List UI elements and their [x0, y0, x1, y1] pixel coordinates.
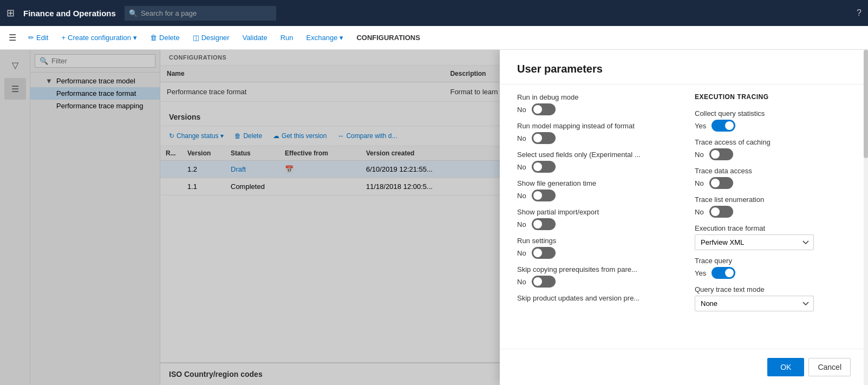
edit-button[interactable]: ✏ Edit	[23, 30, 54, 45]
param-partial-import: Show partial import/export No	[517, 208, 673, 230]
designer-icon: ◫	[193, 34, 199, 42]
edit-icon: ✏	[28, 34, 34, 42]
param-debug-mode: Run in debug mode No	[517, 93, 673, 115]
ok-button[interactable]: OK	[767, 358, 804, 376]
plus-icon: +	[61, 34, 66, 42]
param-skip-updates: Skip product updates and version pre...	[517, 294, 673, 304]
modal-right-col: EXECUTION TRACING Collect query statisti…	[695, 93, 851, 340]
toggle-collect-query[interactable]	[712, 120, 735, 132]
main-content: ▽ ☰ 🔍 ▼ Performance trace model Performa…	[0, 50, 868, 385]
configurations-button[interactable]: CONFIGURATIONS	[351, 30, 425, 45]
param-used-fields: Select used fields only (Experimental ..…	[517, 151, 673, 173]
exec-format-select[interactable]: Perfview XML ETW None	[695, 234, 814, 250]
param-query-trace-mode: Query trace text mode None Full Short	[695, 285, 851, 311]
designer-button[interactable]: ◫ Designer	[187, 30, 235, 45]
help-icon[interactable]: ?	[857, 8, 862, 18]
exchange-button[interactable]: Exchange ▾	[301, 30, 349, 45]
toggle-run-settings[interactable]	[532, 247, 556, 259]
command-bar: ☰ ✏ Edit + Create configuration ▾ 🗑 Dele…	[0, 26, 868, 50]
param-trace-list: Trace list enumeration No	[695, 195, 851, 218]
cancel-button[interactable]: Cancel	[808, 358, 851, 376]
modal-footer: OK Cancel	[500, 349, 868, 385]
param-run-settings: Run settings No	[517, 237, 673, 259]
toggle-trace-caching[interactable]	[709, 148, 733, 160]
scrollbar-track[interactable]	[864, 50, 868, 385]
modal-body: Run in debug mode No Run model mapping i…	[500, 84, 868, 349]
app-grid-icon[interactable]: ⊞	[6, 7, 15, 19]
search-input[interactable]	[125, 6, 276, 21]
toggle-trace-list[interactable]	[709, 206, 733, 218]
run-button[interactable]: Run	[275, 30, 299, 45]
toggle-file-gen[interactable]	[532, 190, 556, 201]
param-exec-format: Execution trace format Perfview XML ETW …	[695, 224, 851, 250]
toggle-skip-prereq[interactable]	[532, 276, 556, 288]
dropdown-icon: ▾	[133, 34, 137, 42]
create-config-button[interactable]: + Create configuration ▾	[56, 30, 142, 45]
param-model-mapping: Run model mapping instead of format No	[517, 122, 673, 144]
search-icon: 🔍	[129, 9, 138, 17]
hamburger-button[interactable]: ☰	[4, 28, 21, 47]
modal-panel: User parameters Run in debug mode No Run…	[500, 50, 868, 385]
search-wrapper: 🔍	[125, 6, 276, 21]
param-trace-query: Trace query Yes	[695, 257, 851, 279]
toggle-trace-query[interactable]	[712, 267, 735, 279]
toggle-partial-import[interactable]	[532, 218, 556, 230]
scrollbar-thumb[interactable]	[864, 50, 868, 158]
app-title: Finance and Operations	[23, 9, 116, 18]
toggle-debug-mode[interactable]	[532, 103, 556, 115]
toggle-used-fields[interactable]	[532, 161, 556, 173]
param-trace-data: Trace data access No	[695, 167, 851, 189]
execution-tracing-title: EXECUTION TRACING	[695, 93, 851, 101]
validate-button[interactable]: Validate	[237, 30, 273, 45]
delete-icon: 🗑	[150, 34, 157, 42]
param-skip-prereq: Skip copying prerequisites from pare... …	[517, 265, 673, 288]
top-nav: ⊞ Finance and Operations 🔍 ?	[0, 0, 868, 26]
param-file-gen: Show file generation time No	[517, 179, 673, 201]
query-trace-mode-select[interactable]: None Full Short	[695, 296, 814, 311]
toggle-trace-data[interactable]	[709, 177, 733, 189]
exchange-dropdown-icon: ▾	[340, 34, 343, 42]
modal-left-col: Run in debug mode No Run model mapping i…	[517, 93, 673, 340]
modal-header: User parameters	[500, 50, 868, 84]
modal-title: User parameters	[517, 63, 603, 75]
param-trace-caching: Trace access of caching No	[695, 138, 851, 160]
param-collect-query: Collect query statistics Yes	[695, 109, 851, 132]
delete-button[interactable]: 🗑 Delete	[145, 30, 185, 45]
toggle-model-mapping[interactable]	[532, 132, 556, 144]
